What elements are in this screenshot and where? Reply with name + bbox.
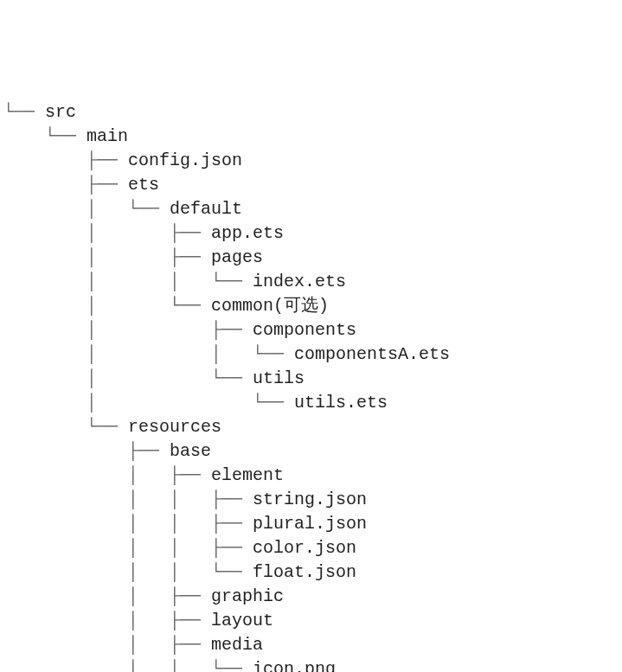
tree-prefix: │ └── [3, 393, 294, 413]
tree-line: └── main [3, 125, 619, 149]
tree-node-name: graphic [211, 586, 284, 606]
tree-line: │ │ └── icon.png [3, 657, 619, 672]
tree-node-name: ets [128, 175, 159, 195]
tree-prefix: ├── [3, 175, 128, 195]
tree-line: │ └── common(可选) [3, 294, 619, 318]
directory-tree: └── src └── main ├── config.json ├── ets… [3, 100, 619, 672]
tree-line: │ ├── media [3, 633, 619, 657]
tree-prefix: │ ├── [3, 223, 211, 243]
tree-node-name: color.json [253, 538, 356, 558]
tree-prefix: │ ├── [3, 611, 211, 630]
tree-node-name: componentsA.ets [294, 344, 450, 364]
tree-node-name: utils.ets [294, 393, 388, 413]
tree-prefix: │ │ └── [3, 562, 253, 582]
tree-prefix: │ ├── [3, 320, 253, 340]
tree-node-name: icon.png [253, 659, 336, 672]
tree-line: └── resources [3, 415, 619, 439]
tree-prefix: │ ├── [3, 586, 211, 606]
tree-node-name: config.json [128, 150, 242, 170]
tree-node-name: string.json [253, 490, 367, 509]
tree-line: ├── base [3, 439, 619, 464]
tree-node-name: layout [211, 611, 273, 630]
tree-line: │ ├── components [3, 318, 619, 342]
tree-line: │ ├── graphic [3, 585, 619, 609]
tree-line: │ │ ├── color.json [3, 536, 619, 560]
tree-node-name: resources [128, 417, 221, 437]
tree-line: │ └── utils [3, 367, 619, 391]
tree-node-name: element [211, 465, 284, 485]
tree-prefix: │ └── [3, 296, 211, 316]
tree-node-name: media [211, 635, 263, 655]
tree-prefix: │ └── [3, 368, 253, 388]
tree-node-name: pages [211, 247, 263, 267]
tree-prefix: │ │ ├── [3, 538, 253, 558]
tree-prefix: ├── [3, 441, 170, 461]
tree-prefix: │ │ └── [3, 272, 253, 291]
tree-line: │ │ └── componentsA.ets [3, 342, 619, 367]
tree-line: └── src [3, 100, 619, 125]
tree-line: │ │ ├── string.json [3, 488, 619, 512]
tree-line: │ ├── element [3, 464, 619, 488]
tree-line: ├── config.json [3, 149, 619, 173]
tree-prefix: │ ├── [3, 247, 211, 267]
tree-node-name: src [45, 102, 76, 122]
tree-line: │ │ ├── plural.json [3, 512, 619, 536]
tree-node-name: plural.json [253, 514, 367, 534]
tree-line: │ │ └── float.json [3, 560, 619, 585]
tree-node-name: base [170, 441, 211, 461]
tree-line: ├── ets [3, 173, 619, 197]
tree-node-name: main [87, 126, 128, 146]
tree-line: │ ├── pages [3, 246, 619, 270]
tree-node-name: common(可选) [211, 296, 329, 316]
tree-line: │ └── utils.ets [3, 391, 619, 415]
tree-node-name: utils [253, 368, 305, 388]
tree-node-name: index.ets [253, 272, 346, 291]
tree-node-name: app.ets [211, 223, 284, 243]
tree-prefix: │ │ ├── [3, 490, 253, 509]
tree-prefix: │ │ └── [3, 659, 253, 672]
tree-prefix: │ ├── [3, 465, 211, 485]
tree-prefix: └── [3, 102, 45, 122]
tree-prefix: │ └── [3, 199, 170, 219]
tree-node-name: default [170, 199, 242, 219]
tree-line: │ ├── app.ets [3, 221, 619, 246]
tree-line: │ ├── layout [3, 609, 619, 633]
tree-line: │ └── default [3, 197, 619, 221]
tree-prefix: │ │ ├── [3, 514, 253, 534]
tree-prefix: ├── [3, 150, 128, 170]
tree-node-name: components [253, 320, 356, 340]
tree-line: │ │ └── index.ets [3, 270, 619, 294]
tree-prefix: └── [3, 126, 87, 146]
tree-prefix: │ │ └── [3, 344, 294, 364]
tree-prefix: │ ├── [3, 635, 211, 655]
tree-prefix: └── [3, 417, 128, 437]
tree-node-name: float.json [253, 562, 356, 582]
